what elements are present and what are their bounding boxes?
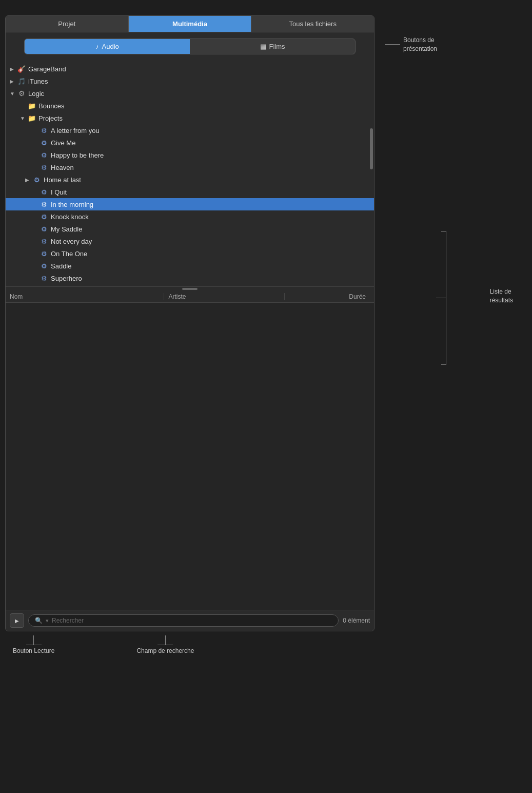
expand-arrow-itunes: ▶ [10,79,17,84]
results-body [6,303,374,610]
project-icon-in-morning: ⚙ [40,200,49,209]
garageband-icon: 🎸 [17,64,26,73]
project-icon-i-quit: ⚙ [40,187,49,197]
expand-arrow-garageband: ▶ [10,66,17,72]
play-button[interactable]: ▶ [10,613,24,628]
tree-item-garageband[interactable]: ▶ 🎸 GarageBand [6,63,374,75]
garageband-label: GarageBand [28,65,66,73]
tree-item-heaven[interactable]: ⚙ Heaven [6,161,374,173]
annotation-results-text: Liste de résultats [490,287,513,305]
logic-label: Logic [28,90,44,98]
search-box[interactable]: 🔍 ▾ Rechercher [28,614,339,627]
project-icon-my-saddle: ⚙ [40,224,49,234]
bounces-folder-icon: 📁 [27,101,36,110]
saddle-label: Saddle [51,262,71,270]
scroll-dot [182,288,198,290]
logic-icon: ⚙ [17,89,26,98]
col-nom: Nom [10,293,164,300]
file-tree: ▶ 🎸 GarageBand ▶ 🎵 iTunes ▼ ⚙ Logic [6,61,374,287]
tree-item-logic[interactable]: ▼ ⚙ Logic [6,87,374,100]
expand-arrow-projects: ▼ [20,115,27,121]
tab-tous-fichiers[interactable]: Tous les fichiers [251,16,374,32]
project-icon-superhero: ⚙ [40,274,49,283]
project-icon-on-the-one: ⚙ [40,249,49,258]
projects-label: Projects [38,114,63,122]
project-icon-a-letter: ⚙ [40,126,49,135]
tree-item-i-quit[interactable]: ⚙ I Quit [6,186,374,198]
col-duree: Durée [284,293,370,300]
element-count: 0 élément [343,617,370,624]
give-me-label: Give Me [51,139,75,147]
films-button[interactable]: ▦ Films [190,39,355,54]
tabs-bar: Projet Multimédia Tous les fichiers [6,16,374,32]
itunes-label: iTunes [28,78,48,85]
tree-item-bounces[interactable]: 📁 Bounces [6,100,374,112]
tree-item-home[interactable]: ▶ ⚙ Home at last [6,173,374,186]
tree-item-happy[interactable]: ⚙ Happy to be there [6,149,374,161]
tree-item-on-the-one[interactable]: ⚙ On The One [6,247,374,260]
music-icon: ♪ [95,43,99,50]
tree-item-not-every[interactable]: ⚙ Not every day [6,235,374,247]
bottom-annotation-play: Bouton Lecture [13,635,54,654]
main-panel: Projet Multimédia Tous les fichiers ♪ Au… [5,15,375,631]
tree-item-superhero[interactable]: ⚙ Superhero [6,272,374,284]
knock-label: Knock knock [51,213,89,221]
annotations-panel: Boutons de présentation Liste de résulta… [385,15,513,631]
annotation-presentation: Boutons de présentation [385,36,470,53]
project-icon-home: ⚙ [32,175,42,184]
project-icon-not-every: ⚙ [40,237,49,246]
champ-recherche-label: Champ de recherche [136,647,194,654]
results-area: Nom Artiste Durée [6,291,374,610]
tree-item-give-me[interactable]: ⚙ Give Me [6,137,374,149]
a-letter-label: A letter from you [51,127,100,134]
bottom-annotations: Bouton Lecture Champ de recherche [8,635,194,654]
bouton-lecture-label: Bouton Lecture [13,647,54,654]
project-icon-knock: ⚙ [40,212,49,221]
scrollbar-thumb[interactable] [370,128,373,169]
project-icon-saddle: ⚙ [40,261,49,270]
audio-button[interactable]: ♪ Audio [25,39,190,54]
tree-item-knock[interactable]: ⚙ Knock knock [6,210,374,223]
my-saddle-label: My Saddle [51,225,82,233]
bottom-annotation-search: Champ de recherche [136,635,194,654]
tab-multimedia[interactable]: Multimédia [129,16,252,32]
scroll-indicator [6,287,374,291]
tree-item-projects[interactable]: ▼ 📁 Projects [6,112,374,124]
project-icon-happy: ⚙ [40,150,49,160]
heaven-label: Heaven [51,164,74,171]
in-morning-label: In the morning [51,201,93,208]
superhero-label: Superhero [51,275,82,282]
media-toggle: ♪ Audio ▦ Films [24,38,356,54]
bounces-label: Bounces [38,102,65,110]
not-every-label: Not every day [51,238,92,245]
tree-item-a-letter[interactable]: ⚙ A letter from you [6,124,374,137]
tree-item-saddle[interactable]: ⚙ Saddle [6,260,374,272]
expand-arrow-logic: ▼ [10,91,17,96]
search-icon: 🔍 [35,617,43,624]
bottom-bar: ▶ 🔍 ▾ Rechercher 0 élément [6,610,374,631]
expand-arrow-home: ▶ [25,177,32,183]
col-artiste: Artiste [164,293,284,300]
happy-label: Happy to be there [51,151,104,159]
film-icon: ▦ [260,43,266,50]
i-quit-label: I Quit [51,188,67,196]
projects-folder-icon: 📁 [27,113,36,123]
tree-item-my-saddle[interactable]: ⚙ My Saddle [6,223,374,235]
search-dropdown-icon: ▾ [46,617,49,624]
search-placeholder: Rechercher [52,617,84,624]
project-icon-give-me: ⚙ [40,138,49,147]
tree-item-in-morning[interactable]: ⚙ In the morning [6,198,374,210]
scrollbar-track[interactable] [369,61,373,286]
on-the-one-label: On The One [51,250,87,258]
annotation-presentation-text: Boutons de présentation [403,36,470,53]
tree-item-itunes[interactable]: ▶ 🎵 iTunes [6,75,374,87]
home-label: Home at last [44,176,81,184]
project-icon-heaven: ⚙ [40,163,49,172]
tab-projet[interactable]: Projet [6,16,129,32]
itunes-icon: 🎵 [17,76,26,86]
results-header: Nom Artiste Durée [6,291,374,303]
